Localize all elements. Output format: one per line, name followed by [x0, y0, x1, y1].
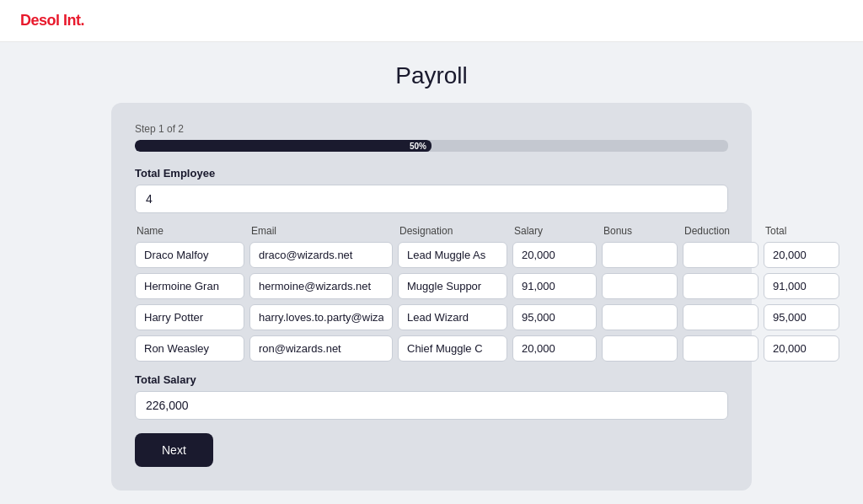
- payroll-card: Step 1 of 2 50% Total Employee Name Emai…: [111, 103, 752, 491]
- row-3-total[interactable]: [764, 335, 839, 362]
- row-1-email[interactable]: [249, 273, 393, 299]
- col-email: Email: [251, 225, 394, 237]
- row-2-bonus[interactable]: [602, 304, 678, 330]
- col-deduction: Deduction: [684, 225, 760, 237]
- row-3-email[interactable]: [249, 335, 393, 362]
- logo-main: Desol: [20, 12, 60, 29]
- page-title: Payroll: [0, 62, 863, 89]
- col-total: Total: [765, 225, 841, 237]
- col-salary: Salary: [514, 225, 598, 237]
- col-bonus: Bonus: [603, 225, 679, 237]
- row-1-name[interactable]: [135, 273, 244, 299]
- total-salary-input[interactable]: [135, 391, 728, 420]
- row-1-total[interactable]: [764, 273, 839, 299]
- step-label: Step 1 of 2: [135, 123, 728, 135]
- progress-percent: 50%: [410, 142, 426, 151]
- row-0-total[interactable]: [764, 242, 839, 268]
- row-0-salary[interactable]: [512, 242, 597, 268]
- table-row: [135, 335, 728, 362]
- col-designation: Designation: [399, 225, 509, 237]
- row-0-name[interactable]: [135, 242, 244, 268]
- row-1-bonus[interactable]: [602, 273, 678, 299]
- row-3-designation[interactable]: [398, 335, 507, 362]
- row-2-salary[interactable]: [512, 304, 597, 330]
- row-0-email[interactable]: [249, 242, 393, 268]
- total-salary-label: Total Salary: [135, 373, 728, 386]
- next-button[interactable]: Next: [135, 433, 213, 467]
- row-3-name[interactable]: [135, 335, 244, 362]
- table-row: [135, 273, 728, 299]
- progress-bar-bg: 50%: [135, 140, 728, 152]
- total-salary-section: Total Salary: [135, 373, 728, 433]
- row-2-email[interactable]: [249, 304, 393, 330]
- row-0-deduction[interactable]: [683, 242, 758, 268]
- row-0-designation[interactable]: [398, 242, 507, 268]
- row-0-bonus[interactable]: [602, 242, 678, 268]
- table-header: Name Email Designation Salary Bonus Dedu…: [135, 225, 728, 237]
- app-logo: Desol Int.: [20, 12, 843, 29]
- progress-bar-fill: 50%: [135, 140, 432, 152]
- row-2-name[interactable]: [135, 304, 244, 330]
- total-employee-input[interactable]: [135, 185, 728, 213]
- table-rows-container: [135, 242, 728, 362]
- row-1-deduction[interactable]: [683, 273, 758, 299]
- app-header: Desol Int.: [0, 0, 863, 42]
- row-2-designation[interactable]: [398, 304, 507, 330]
- total-employee-label: Total Employee: [135, 167, 728, 180]
- row-3-bonus[interactable]: [602, 335, 678, 362]
- col-name: Name: [137, 225, 246, 237]
- table-row: [135, 304, 728, 330]
- row-2-total[interactable]: [764, 304, 839, 330]
- row-1-designation[interactable]: [398, 273, 507, 299]
- row-3-deduction[interactable]: [683, 335, 758, 362]
- row-2-deduction[interactable]: [683, 304, 758, 330]
- row-3-salary[interactable]: [512, 335, 597, 362]
- logo-accent: Int.: [63, 12, 84, 29]
- row-1-salary[interactable]: [512, 273, 597, 299]
- table-row: [135, 242, 728, 268]
